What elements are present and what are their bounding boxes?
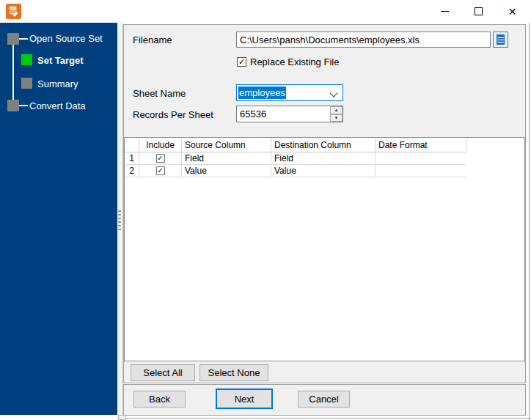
window-border-bottom: [117, 418, 531, 419]
close-icon: ✕: [508, 7, 517, 17]
records-per-sheet-value: 65536: [240, 108, 266, 119]
maximize-button[interactable]: [462, 0, 495, 23]
sheet-name-combobox[interactable]: employees: [236, 84, 343, 101]
application-window: ✕ Open Source Set Set Target Summary Con…: [0, 0, 531, 420]
set-target-panel: Filename C:\Users\pansh\Documents\employ…: [123, 24, 526, 383]
filename-value: C:\Users\pansh\Documents\employees.xls: [240, 34, 420, 45]
source-column-cell[interactable]: Field: [182, 152, 271, 164]
sidebar-item-set-target[interactable]: Set Target: [37, 55, 84, 66]
filename-input[interactable]: C:\Users\pansh\Documents\employees.xls: [236, 32, 491, 48]
row-number: 1: [125, 152, 139, 164]
header-destination-column[interactable]: Destination Column: [271, 138, 376, 152]
maximize-icon: [475, 7, 483, 15]
destination-column-cell[interactable]: Field: [271, 152, 376, 164]
step-connector-line: [19, 105, 28, 106]
minimize-icon: [441, 11, 449, 12]
header-row-number[interactable]: [125, 138, 139, 152]
spin-up-button[interactable]: ▲: [330, 106, 343, 114]
wizard-button-bar: Back Next Cancel: [123, 384, 526, 416]
date-format-cell[interactable]: [376, 165, 466, 177]
resize-corner[interactable]: [118, 415, 126, 420]
header-include[interactable]: Include: [139, 138, 182, 152]
column-mapping-table: Include Source Column Destination Column…: [124, 137, 525, 361]
sidebar-item-summary[interactable]: Summary: [37, 78, 78, 89]
table-row[interactable]: 1 ✓ Field Field: [125, 152, 466, 165]
header-source-column[interactable]: Source Column: [182, 138, 271, 152]
next-button[interactable]: Next: [216, 388, 273, 409]
step-marker-summary: [21, 78, 32, 89]
include-checkbox[interactable]: ✓: [156, 166, 165, 175]
chevron-down-icon[interactable]: [329, 89, 337, 97]
spin-down-button[interactable]: ▼: [330, 114, 343, 122]
file-document-icon: [497, 34, 505, 45]
row-number: 2: [125, 165, 139, 177]
sidebar-splitter[interactable]: [117, 23, 123, 415]
cancel-button[interactable]: Cancel: [298, 391, 350, 408]
header-date-format[interactable]: Date Format: [376, 138, 466, 152]
replace-existing-file-label[interactable]: Replace Existing File: [250, 56, 339, 67]
replace-existing-file-checkbox[interactable]: ✓: [237, 57, 246, 67]
step-connector-line: [12, 39, 14, 106]
step-connector-line: [19, 38, 28, 40]
sheet-name-label: Sheet Name: [133, 88, 186, 99]
wizard-sidebar: Open Source Set Set Target Summary Conve…: [0, 23, 117, 415]
table-header-row: Include Source Column Destination Column…: [125, 138, 466, 152]
filename-label: Filename: [133, 34, 172, 45]
window-border-right: [529, 23, 530, 420]
close-button[interactable]: ✕: [496, 0, 529, 23]
minimize-button[interactable]: [428, 0, 461, 23]
sheet-name-selected-value: employees: [238, 86, 286, 99]
select-all-button[interactable]: Select All: [131, 364, 195, 381]
table-row[interactable]: 2 ✓ Value Value: [125, 165, 466, 177]
sidebar-item-open-source-set[interactable]: Open Source Set: [29, 33, 103, 44]
include-checkbox[interactable]: ✓: [156, 154, 165, 163]
step-marker-convert-data: [7, 100, 19, 111]
sidebar-item-convert-data[interactable]: Convert Data: [29, 100, 86, 111]
records-per-sheet-label: Records Per Sheet: [133, 109, 213, 120]
step-marker-open-source-set: [7, 33, 19, 45]
database-edit-icon: [6, 4, 21, 19]
records-per-sheet-input[interactable]: 65536 ▲ ▼: [236, 106, 343, 122]
step-marker-set-target: [21, 54, 32, 65]
destination-column-cell[interactable]: Value: [271, 165, 376, 177]
browse-button[interactable]: [493, 32, 508, 48]
date-format-cell[interactable]: [376, 152, 466, 164]
title-bar[interactable]: ✕: [0, 0, 531, 23]
back-button[interactable]: Back: [133, 391, 186, 408]
source-column-cell[interactable]: Value: [182, 165, 271, 177]
select-none-button[interactable]: Select None: [199, 364, 268, 381]
splitter-grip-icon: [118, 210, 121, 230]
